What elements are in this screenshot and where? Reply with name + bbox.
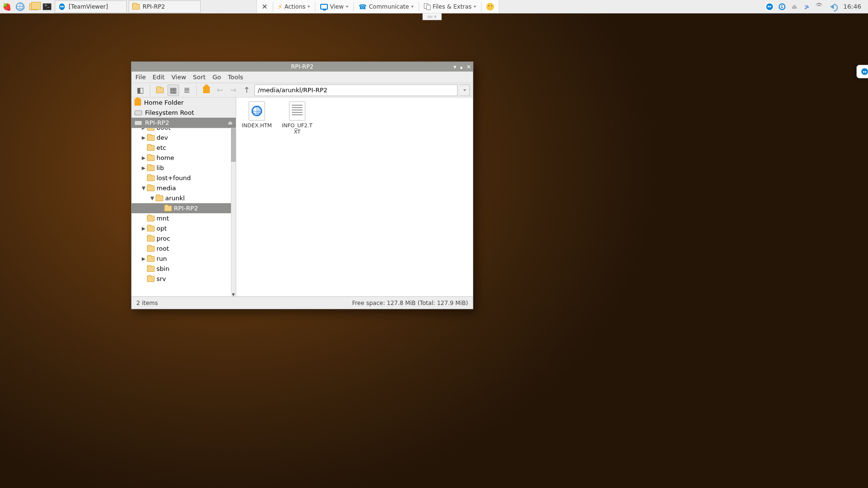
tray-wifi-icon[interactable] (815, 2, 824, 12)
tray-eject-icon[interactable]: ⏏ (790, 2, 799, 12)
tv-feedback-button[interactable] (483, 0, 497, 13)
tv-toolbar-handle[interactable]: ▫▫ ∧ (422, 13, 442, 20)
tree-item-lib[interactable]: ▶lib (132, 163, 236, 173)
address-bar[interactable]: /media/arunkl/RPI-RP2 (254, 85, 458, 96)
go-up-button[interactable]: ↑ (241, 85, 253, 96)
expand-icon[interactable]: ▶ (140, 256, 147, 261)
tree-item-RPI-RP2[interactable]: RPI-RP2 (132, 203, 236, 213)
tv-actions-menu[interactable]: ⚡Actions (275, 0, 313, 13)
folder-icon (147, 185, 155, 191)
files-icon (424, 3, 431, 10)
folder-icon (147, 155, 155, 161)
tree-item-boot[interactable]: ▶boot (132, 128, 236, 133)
teamviewer-toolbar: ✕ ⚡Actions View ☎Communicate Files & Ext… (256, 0, 499, 13)
tree-item-media[interactable]: ▼media (132, 183, 236, 193)
menu-raspberry-icon[interactable]: 🍓 (0, 0, 13, 13)
monitor-icon (320, 4, 328, 10)
file-name: INDEX.HTM (242, 122, 272, 129)
expand-icon[interactable]: ▶ (140, 155, 147, 160)
folder-icon (147, 266, 155, 272)
task-label: RPI-RP2 (143, 3, 165, 10)
tree-item-dev[interactable]: ▶dev (132, 133, 236, 143)
expand-icon[interactable]: ▶ (140, 128, 147, 130)
tree-item-label: run (157, 255, 167, 262)
address-dropdown-button[interactable] (459, 85, 470, 96)
place-filesystem-root[interactable]: Filesystem Root (132, 108, 236, 118)
new-folder-button[interactable] (154, 85, 166, 96)
file-INFO_UF2.TXT[interactable]: INFO_UF2.TXT (280, 101, 314, 135)
tree-item-label: media (157, 184, 176, 192)
view-list-button[interactable]: ≣ (181, 85, 193, 96)
scroll-thumb[interactable] (231, 128, 236, 162)
go-back-button[interactable]: ← (214, 85, 226, 96)
tree-item-arunkl[interactable]: ▼arunkl (132, 193, 236, 203)
folder-icon (147, 175, 155, 181)
tv-files-menu[interactable]: Files & Extras (421, 0, 479, 13)
teamviewer-panel-tab[interactable]: ↔ (856, 65, 868, 78)
status-items: 2 items (136, 300, 158, 306)
tree-item-label: RPI-RP2 (174, 205, 198, 212)
tree-item-mnt[interactable]: mnt (132, 213, 236, 223)
menu-go[interactable]: Go (212, 73, 221, 81)
tray-bluetooth-icon[interactable]: ≯ (802, 2, 812, 12)
place-home[interactable]: Home Folder (132, 98, 236, 108)
expand-icon[interactable]: ▶ (140, 226, 147, 231)
tv-close-button[interactable]: ✕ (259, 0, 271, 13)
file-INDEX.HTM[interactable]: INDEX.HTM (240, 101, 274, 129)
tree-item-run[interactable]: ▶run (132, 254, 236, 264)
expand-icon[interactable]: ▼ (149, 195, 156, 201)
launch-web-icon[interactable] (13, 0, 27, 13)
scroll-down-icon[interactable]: ▼ (231, 292, 236, 296)
folder-icon (147, 128, 155, 131)
tree-item-srv[interactable]: srv (132, 274, 236, 284)
window-titlebar[interactable]: RPI-RP2 ▾ ▴ ✕ (132, 62, 473, 72)
tree-item-proc[interactable]: proc (132, 233, 236, 244)
tv-view-menu[interactable]: View (317, 0, 351, 13)
launch-files-icon[interactable] (27, 0, 40, 13)
eject-icon[interactable]: ⏏ (228, 120, 233, 126)
task-teamviewer[interactable]: ↔ [TeamViewer] (55, 0, 127, 13)
tray-teamviewer-icon[interactable]: ↔ (765, 2, 774, 12)
tree-item-opt[interactable]: ▶opt (132, 223, 236, 233)
launch-terminal-icon[interactable] (40, 0, 54, 13)
folder-icon (156, 195, 163, 201)
menu-file[interactable]: File (135, 73, 146, 81)
view-icons-button[interactable]: ▦ (168, 85, 179, 96)
phone-icon: ☎ (359, 3, 367, 11)
tray-updates-icon[interactable]: ↓ (777, 2, 787, 12)
go-home-button[interactable] (201, 85, 212, 96)
expand-icon[interactable]: ▼ (140, 185, 147, 191)
menu-sort[interactable]: Sort (193, 73, 206, 81)
toggle-sidebar-button[interactable]: ◧ (134, 85, 146, 96)
tree-item-etc[interactable]: etc (132, 143, 236, 153)
window-maximize-button[interactable]: ▴ (460, 64, 463, 70)
close-icon: ✕ (262, 2, 268, 11)
expand-icon[interactable]: ▶ (140, 135, 147, 140)
expand-icon[interactable]: ▶ (140, 165, 147, 171)
tree-item-root[interactable]: root (132, 244, 236, 254)
menu-tools[interactable]: Tools (228, 73, 243, 81)
folder-icon (147, 165, 155, 171)
tree-item-label: srv (157, 275, 166, 282)
tree-item-label: mnt (157, 215, 169, 222)
tray-volume-icon[interactable] (827, 2, 837, 12)
tree-item-sbin[interactable]: sbin (132, 264, 236, 274)
tree-item-label: sbin (157, 265, 169, 272)
tree-item-lost+found[interactable]: lost+found (132, 173, 236, 183)
tree-scrollbar[interactable]: ▲ ▼ (231, 128, 236, 296)
tree-item-home[interactable]: ▶home (132, 153, 236, 163)
go-forward-button[interactable]: → (228, 85, 239, 96)
menu-edit[interactable]: Edit (153, 73, 165, 81)
tv-communicate-menu[interactable]: ☎Communicate (356, 0, 417, 13)
window-close-button[interactable]: ✕ (467, 64, 471, 70)
statusbar: 2 items Free space: 127.8 MiB (Total: 12… (132, 296, 473, 309)
tree-item-label: proc (157, 235, 170, 242)
tree-item-label: arunkl (165, 195, 185, 202)
file-pane[interactable]: INDEX.HTMINFO_UF2.TXT (236, 98, 473, 296)
place-rpi-rp2[interactable]: RPI-RP2⏏ (132, 118, 236, 128)
clock[interactable]: 16:46 (840, 3, 865, 10)
window-minimize-button[interactable]: ▾ (454, 64, 457, 70)
menu-view[interactable]: View (171, 73, 186, 81)
window-title: RPI-RP2 (291, 63, 313, 70)
task-filemanager[interactable]: RPI-RP2 (129, 0, 201, 13)
